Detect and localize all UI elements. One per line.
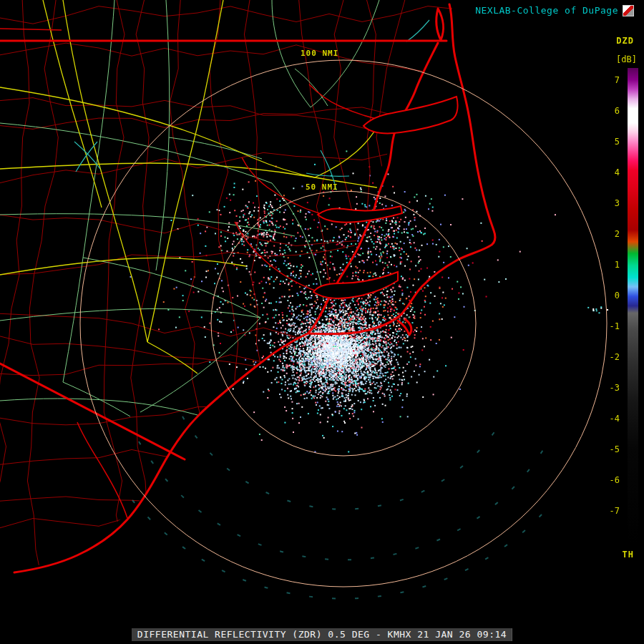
range-ring-50nmi: [211, 191, 476, 456]
currituck-spit: [436, 9, 444, 40]
range-ring-100nmi: [80, 60, 607, 587]
coastline-and-borders: [0, 4, 495, 572]
south-coast: [14, 333, 308, 572]
cape-lookout-hook: [398, 319, 411, 335]
sea-clutter-arcs: [132, 416, 555, 599]
range-ring-label-100nmi: 100 NMI: [301, 49, 338, 58]
product-caption: DIFFERENTIAL REFLECTIVITY (ZDR) 0.5 DEG …: [132, 628, 512, 641]
pamlico-river: [318, 206, 402, 223]
range-rings: [80, 60, 607, 587]
colorbar-gradient: [628, 68, 638, 544]
colorbar-threshold-label: TH: [623, 550, 634, 560]
highway-roads: [0, 0, 401, 374]
radar-display-app: NEXLAB-College of DuPage DZD [dB] 765432…: [0, 0, 644, 644]
colorbar-unit-label: [dB]: [616, 54, 637, 64]
header-title: NEXLAB-College of DuPage: [475, 5, 618, 16]
base-map: [0, 0, 644, 644]
colorbar-product-label: DZD: [616, 36, 634, 46]
range-ring-label-50nmi: 50 NMI: [306, 182, 338, 192]
cod-logo-icon: [623, 5, 634, 16]
neuse-river: [313, 272, 398, 298]
local-roads: [74, 20, 429, 190]
state-border-south: [0, 364, 185, 459]
